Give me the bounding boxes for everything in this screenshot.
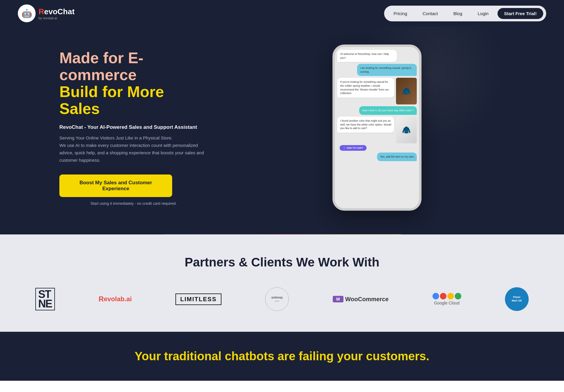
google-dot-yellow xyxy=(447,293,454,299)
hoodie-image-white: 🧥 xyxy=(396,117,417,143)
hero-cta-subtext: Start using it immediately - no credit c… xyxy=(59,201,208,206)
nav-pricing[interactable]: Pricing xyxy=(387,9,414,18)
stone-label: STNE xyxy=(38,290,52,309)
add-to-cart-button[interactable]: 🛒 ADD TO CART xyxy=(340,145,367,151)
navigation: 🤖 RevoChat by revolab.ai Pricing Contact… xyxy=(0,0,564,27)
phone-chat-area: Hi welcome to RevoShop, how can I help y… xyxy=(335,47,419,208)
phone-mockup: Hi welcome to RevoShop, how can I help y… xyxy=(332,45,422,211)
google-dot-green xyxy=(455,293,461,299)
partner-googlecloud: Google Cloud xyxy=(432,293,461,305)
hero-phone-area: Hi welcome to RevoShop, how can I help y… xyxy=(208,45,546,211)
woo-icon xyxy=(333,296,343,302)
chat-bubble-2: I am looking for something casual, sprin… xyxy=(357,64,417,76)
nav-blog[interactable]: Blog xyxy=(447,9,469,18)
nav-start-trial[interactable]: Start Free Trial! xyxy=(498,8,543,19)
chat-bubble-4: Nice I love it. Do you have any other co… xyxy=(359,106,417,115)
hero-title-line2: Build for More Sales xyxy=(59,83,208,117)
revolab-r: R xyxy=(99,295,104,303)
nav-login[interactable]: Login xyxy=(471,9,495,18)
partner-soleray: soleray── xyxy=(265,287,289,311)
partners-logos: STNE Revolab.ai LIMITLESS soleray── WooC… xyxy=(18,287,546,311)
chat-bubble-6: Yes, add the item to my cart! xyxy=(377,153,417,161)
logo-subtext: by revolab.ai xyxy=(39,16,75,20)
pasar-label: PasarMart UK xyxy=(512,296,522,302)
hero-subtitle: RevoChat - Your AI-Powered Sales and Sup… xyxy=(59,124,208,130)
partners-title: Partners & Clients We Work With xyxy=(18,255,546,269)
partner-pasar: PasarMart UK xyxy=(505,287,529,311)
soleray-label: soleray── xyxy=(271,296,283,303)
google-dot-red xyxy=(440,293,446,299)
footer-section: Your traditional chatbots are failing yo… xyxy=(0,332,564,381)
partner-woocommerce: WooCommerce xyxy=(333,296,389,303)
logo-rest: evoChat xyxy=(44,7,75,16)
limitless-label: LIMITLESS xyxy=(180,296,216,303)
logo: 🤖 RevoChat by revolab.ai xyxy=(18,4,75,22)
hero-content: Made for E-commerce Build for More Sales… xyxy=(59,50,208,206)
woo-text: WooCommerce xyxy=(345,296,389,303)
logo-text: RevoChat by revolab.ai xyxy=(39,7,75,20)
hoodie-image-dark: 🧥 xyxy=(396,78,417,104)
nav-contact[interactable]: Contact xyxy=(416,9,445,18)
footer-title: Your traditional chatbots are failing yo… xyxy=(18,350,546,363)
hero-divider xyxy=(163,234,401,234)
partner-revolab: Revolab.ai xyxy=(99,295,132,303)
logo-name: RevoChat xyxy=(39,7,75,16)
chat-row-3: If you're looking for something casual f… xyxy=(337,78,417,104)
chat-bubble-3: If you're looking for something casual f… xyxy=(337,78,394,97)
hero-cta-button[interactable]: Boost My Sales and Customer Experience xyxy=(59,174,172,197)
gcloud-label: Google Cloud xyxy=(434,301,460,305)
partner-stone: STNE xyxy=(35,288,55,311)
partners-section: Partners & Clients We Work With STNE Rev… xyxy=(0,234,564,332)
google-dot-blue xyxy=(432,293,439,299)
chat-bubble-5: I found another color that might suit yo… xyxy=(337,117,394,133)
nav-links-container: Pricing Contact Blog Login Start Free Tr… xyxy=(384,6,546,21)
revolab-text: evolab.ai xyxy=(104,295,132,303)
hero-title-line1: Made for E-commerce xyxy=(59,50,208,83)
chat-row-5: I found another color that might suit yo… xyxy=(337,117,417,143)
chat-bubble-1: Hi welcome to RevoShop, how can I help y… xyxy=(337,50,397,62)
gcloud-dots xyxy=(432,293,461,299)
hero-description: Serving Your Online Visitors Just Like i… xyxy=(59,134,208,164)
logo-icon: 🤖 xyxy=(18,4,36,22)
hero-section: Made for E-commerce Build for More Sales… xyxy=(0,27,564,234)
logo-r: R xyxy=(39,7,44,16)
partner-limitless: LIMITLESS xyxy=(175,293,221,305)
